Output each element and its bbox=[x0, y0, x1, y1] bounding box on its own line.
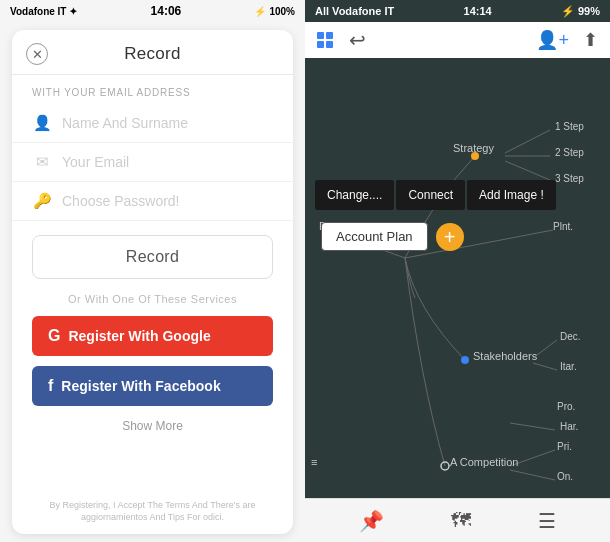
svg-line-2 bbox=[505, 161, 550, 180]
svg-line-6 bbox=[510, 470, 555, 480]
record-button[interactable]: Record bbox=[32, 235, 273, 279]
time-left: 14:06 bbox=[151, 4, 182, 18]
mindmap-canvas: Strategy 1 Step 2 Step 3 Step Edule Plnt… bbox=[305, 68, 610, 498]
person-icon: 👤 bbox=[32, 114, 52, 132]
right-panel: All Vodafone IT 14:14 ⚡ 99% ↩ 👤+ ⬆ bbox=[305, 0, 610, 542]
svg-text:Dec.: Dec. bbox=[560, 331, 581, 342]
account-plan-row: Account Plan + bbox=[321, 222, 464, 251]
svg-text:Stakeholders: Stakeholders bbox=[473, 350, 538, 362]
pin-icon[interactable]: 📌 bbox=[359, 509, 384, 533]
battery-right: ⚡ 99% bbox=[561, 5, 600, 18]
facebook-register-button[interactable]: f Register With Facebook bbox=[32, 366, 273, 406]
or-label: Or With One Of These Services bbox=[12, 287, 293, 311]
share-icon[interactable]: ⬆ bbox=[583, 29, 598, 51]
carrier-left: Vodafone IT ✦ bbox=[10, 6, 77, 17]
status-bar-right: All Vodafone IT 14:14 ⚡ 99% bbox=[305, 0, 610, 22]
svg-text:Pro.: Pro. bbox=[557, 401, 575, 412]
svg-line-0 bbox=[505, 130, 550, 153]
connect-button[interactable]: Connect bbox=[396, 180, 465, 210]
email-input[interactable] bbox=[62, 154, 273, 170]
lock-icon: 🔑 bbox=[32, 192, 52, 210]
svg-line-7 bbox=[510, 423, 555, 430]
menu-icon[interactable]: ☰ bbox=[538, 509, 556, 533]
svg-text:Pri.: Pri. bbox=[557, 441, 572, 452]
grid-icon[interactable] bbox=[317, 32, 333, 48]
svg-text:Plnt.: Plnt. bbox=[553, 221, 573, 232]
email-input-row: ✉ bbox=[12, 143, 293, 182]
svg-text:2 Step: 2 Step bbox=[555, 147, 584, 158]
svg-text:≡: ≡ bbox=[311, 456, 317, 468]
svg-point-9 bbox=[461, 356, 469, 364]
google-register-button[interactable]: G Register With Google bbox=[32, 316, 273, 356]
top-toolbar: ↩ 👤+ ⬆ bbox=[305, 22, 610, 58]
section-label: WITH YOUR EMAIL ADDRESS bbox=[12, 75, 293, 104]
add-node-button[interactable]: + bbox=[436, 223, 464, 251]
modal-title: Record bbox=[124, 44, 181, 64]
map-icon[interactable]: 🗺 bbox=[451, 509, 471, 532]
password-input[interactable] bbox=[62, 193, 273, 209]
name-input-row: 👤 bbox=[12, 104, 293, 143]
svg-text:Har.: Har. bbox=[560, 421, 578, 432]
svg-line-4 bbox=[533, 363, 557, 370]
svg-text:Strategy: Strategy bbox=[453, 142, 494, 154]
change-button[interactable]: Change.... bbox=[315, 180, 394, 210]
svg-text:Itar.: Itar. bbox=[560, 361, 577, 372]
name-input[interactable] bbox=[62, 115, 273, 131]
facebook-icon: f bbox=[48, 377, 53, 395]
svg-text:1 Step: 1 Step bbox=[555, 121, 584, 132]
add-person-icon[interactable]: 👤+ bbox=[536, 29, 569, 51]
svg-text:A Competition: A Competition bbox=[450, 456, 518, 468]
modal-header: ✕ Record bbox=[12, 30, 293, 75]
bottom-toolbar: 📌 🗺 ☰ bbox=[305, 498, 610, 542]
google-icon: G bbox=[48, 327, 60, 345]
email-icon: ✉ bbox=[32, 153, 52, 171]
battery-left: ⚡ 100% bbox=[254, 6, 295, 17]
svg-text:On.: On. bbox=[557, 471, 573, 482]
record-modal: ✕ Record WITH YOUR EMAIL ADDRESS 👤 ✉ 🔑 R… bbox=[12, 30, 293, 534]
modal-footer: By Registering, I Accept The Terms And T… bbox=[12, 491, 293, 534]
toolbar-left: ↩ bbox=[317, 28, 366, 52]
time-right: 14:14 bbox=[464, 5, 492, 17]
action-bar: Change.... Connect Add Image ! bbox=[315, 180, 600, 210]
show-more-button[interactable]: Show More bbox=[12, 411, 293, 441]
toolbar-right: 👤+ ⬆ bbox=[536, 29, 598, 51]
carrier-right: All Vodafone IT bbox=[315, 5, 394, 17]
account-plan-button[interactable]: Account Plan bbox=[321, 222, 428, 251]
left-panel: Vodafone IT ✦ 14:06 ⚡ 100% ✕ Record WITH… bbox=[0, 0, 305, 542]
add-image-button[interactable]: Add Image ! bbox=[467, 180, 556, 210]
password-input-row: 🔑 bbox=[12, 182, 293, 221]
close-button[interactable]: ✕ bbox=[26, 43, 48, 65]
undo-button[interactable]: ↩ bbox=[349, 28, 366, 52]
status-bar-left: Vodafone IT ✦ 14:06 ⚡ 100% bbox=[0, 0, 305, 22]
